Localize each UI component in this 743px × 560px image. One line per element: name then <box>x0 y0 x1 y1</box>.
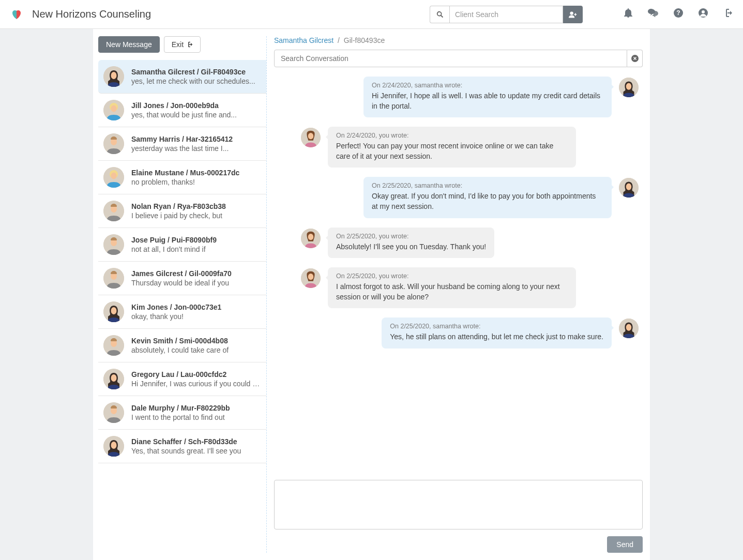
svg-point-9 <box>570 11 573 14</box>
conversation-name: Diane Schaffer / Sch-F80d33de <box>131 437 261 446</box>
conversation-item[interactable]: Jose Puig / Pui-F8090bf9 not at all, I d… <box>98 228 266 262</box>
conversation-name: Jose Puig / Pui-F8090bf9 <box>131 236 261 244</box>
client-search-group <box>430 6 583 23</box>
help-icon[interactable]: ? <box>674 8 683 20</box>
notifications-icon[interactable] <box>624 8 632 20</box>
avatar <box>103 335 124 356</box>
avatar <box>301 128 321 147</box>
conversation-text: Nolan Ryan / Rya-F803cb38 I believe i pa… <box>131 202 261 220</box>
conversation-preview: yes, that would be just fine and... <box>131 111 261 119</box>
send-button[interactable]: Send <box>607 536 643 553</box>
user-icon[interactable] <box>699 8 708 20</box>
conversation-preview: yesterday was the last time I... <box>131 144 261 153</box>
conversation-item[interactable]: Kevin Smith / Smi-000d4b08 absolutely, I… <box>98 329 266 362</box>
conversation-preview: okay, thank you! <box>131 312 261 321</box>
message-meta: On 2/24/2020, you wrote: <box>336 132 568 139</box>
conversation-item[interactable]: Gregory Lau / Lau-000cfdc2 Hi Jennifer, … <box>98 362 266 396</box>
conversation-preview: absolutely, I could take care of <box>131 346 261 354</box>
exit-icon <box>187 41 193 48</box>
message-bubble: On 2/25/2020, samantha wrote: Okay great… <box>363 177 612 218</box>
conversation-text: Elaine Mustane / Mus-000217dc no problem… <box>131 169 261 186</box>
message-meta: On 2/25/2020, you wrote: <box>336 273 568 280</box>
conversation-item[interactable]: James Gilcrest / Gil-0009fa70 Thursday w… <box>98 262 266 295</box>
avatar <box>103 66 124 87</box>
message-bubble: On 2/25/2020, samantha wrote: Yes, he st… <box>382 317 612 349</box>
conversation-preview: Thursday would be ideal if you <box>131 279 261 287</box>
compose-textarea[interactable] <box>274 480 643 529</box>
exit-button-label: Exit <box>172 40 184 49</box>
avatar <box>619 178 639 198</box>
message-row: On 2/25/2020, samantha wrote: Okay great… <box>274 177 639 218</box>
avatar <box>103 369 124 389</box>
search-conversation-input[interactable] <box>274 50 627 67</box>
conversation-item[interactable]: Samantha Gilcrest / Gil-F80493ce yes, le… <box>98 60 266 94</box>
avatar <box>103 167 124 188</box>
new-message-button[interactable]: New Message <box>98 36 160 53</box>
message-body: Perfect! You can pay your most recent in… <box>336 141 568 161</box>
svg-point-13 <box>702 10 705 13</box>
conversation-list[interactable]: Samantha Gilcrest / Gil-F80493ce yes, le… <box>98 60 266 463</box>
conversation-preview: Yes, that sounds great. I'll see you <box>131 447 261 455</box>
conversation-preview: not at all, I don't mind if <box>131 245 261 253</box>
message-meta: On 2/25/2020, you wrote: <box>336 233 486 240</box>
conversation-text: Kevin Smith / Smi-000d4b08 absolutely, I… <box>131 337 261 354</box>
message-body: Absolutely! I'll see you on Tuesday. Tha… <box>336 242 486 252</box>
avatar <box>301 229 321 248</box>
message-body: Okay great. If you don't mind, I'd like … <box>372 191 603 211</box>
conversation-name: Sammy Harris / Har-32165412 <box>131 135 261 143</box>
conversation-preview: I went to the portal to find out <box>131 413 261 421</box>
conversation-name: Dale Murphy / Mur-F80229bb <box>131 404 261 412</box>
avatar <box>619 319 639 338</box>
message-meta: On 2/25/2020, samantha wrote: <box>372 182 603 189</box>
message-body: Hi Jennifer, I hope all is well. I was a… <box>372 91 603 111</box>
avatar <box>103 133 124 154</box>
search-icon[interactable] <box>430 6 449 23</box>
sidebar: New Message Exit Samantha Gilcrest / Gil… <box>93 36 267 553</box>
avatar <box>103 402 124 423</box>
avatar <box>103 201 124 221</box>
nav-icons: ? <box>624 8 733 20</box>
conversation-name: Kim Jones / Jon-000c73e1 <box>131 303 261 311</box>
conversation-name: Elaine Mustane / Mus-000217dc <box>131 169 261 177</box>
add-client-button[interactable] <box>563 6 583 23</box>
conversation-item[interactable]: Jill Jones / Jon-000eb9da yes, that woul… <box>98 94 266 127</box>
conversation-item[interactable]: Dale Murphy / Mur-F80229bb I went to the… <box>98 396 266 430</box>
message-bubble: On 2/25/2020, you wrote: Absolutely! I'l… <box>328 228 494 259</box>
conversation-item[interactable]: Elaine Mustane / Mus-000217dc no problem… <box>98 161 266 194</box>
avatar <box>103 436 124 457</box>
message-row: On 2/25/2020, samantha wrote: Yes, he st… <box>274 317 639 349</box>
conversation-name: James Gilcrest / Gil-0009fa70 <box>131 269 261 278</box>
messages-area[interactable]: On 2/24/2020, samantha wrote: Hi Jennife… <box>274 77 643 464</box>
client-search-input[interactable] <box>449 6 563 23</box>
breadcrumb-client-link[interactable]: Samantha Gilcrest <box>274 36 333 44</box>
message-body: Yes, he still plans on attending, but le… <box>390 332 603 342</box>
message-row: On 2/25/2020, you wrote: Absolutely! I'l… <box>274 228 639 259</box>
message-row: On 2/24/2020, you wrote: Perfect! You ca… <box>274 127 639 168</box>
conversation-item[interactable]: Nolan Ryan / Rya-F803cb38 I believe i pa… <box>98 194 266 228</box>
conversation-item[interactable]: Kim Jones / Jon-000c73e1 okay, thank you… <box>98 295 266 329</box>
message-row: On 2/25/2020, you wrote: I almost forgot… <box>274 267 639 308</box>
conversation-text: Dale Murphy / Mur-F80229bb I went to the… <box>131 404 261 421</box>
conversation-text: Diane Schaffer / Sch-F80d33de Yes, that … <box>131 437 261 455</box>
conversation-item[interactable]: Sammy Harris / Har-32165412 yesterday wa… <box>98 127 266 161</box>
conversation-text: Sammy Harris / Har-32165412 yesterday wa… <box>131 135 261 153</box>
breadcrumb: Samantha Gilcrest / Gil-f80493ce <box>274 36 643 50</box>
avatar <box>103 234 124 255</box>
logout-icon[interactable] <box>723 9 733 20</box>
messages-icon[interactable] <box>648 9 658 20</box>
compose-actions: Send <box>274 536 643 553</box>
conversation-name: Gregory Lau / Lau-000cfdc2 <box>131 370 261 379</box>
brand-title: New Horizons Counseling <box>32 8 430 20</box>
top-bar: New Horizons Counseling ? <box>0 0 743 29</box>
conversation-name: Jill Jones / Jon-000eb9da <box>131 101 261 110</box>
compose-area: Send <box>274 471 643 553</box>
sidebar-actions: New Message Exit <box>98 36 266 60</box>
exit-button[interactable]: Exit <box>164 36 201 53</box>
conversation-preview: I believe i paid by check, but <box>131 211 261 220</box>
svg-text:?: ? <box>676 9 680 17</box>
conversation-item[interactable]: Diane Schaffer / Sch-F80d33de Yes, that … <box>98 430 266 463</box>
clear-search-button[interactable] <box>627 50 643 67</box>
conversation-name: Samantha Gilcrest / Gil-F80493ce <box>131 68 261 76</box>
conversation-preview: yes, let me check with our schedules... <box>131 77 261 85</box>
message-bubble: On 2/24/2020, you wrote: Perfect! You ca… <box>328 127 576 168</box>
